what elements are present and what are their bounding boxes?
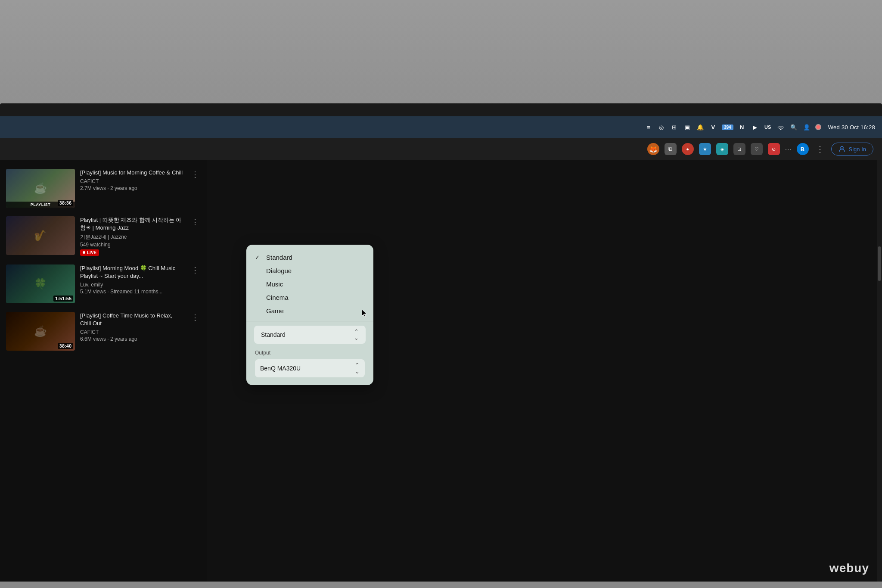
video-channel: CAFICT xyxy=(80,329,184,335)
output-device-select[interactable]: BenQ MA320U ⌃⌄ xyxy=(255,359,365,377)
audio-current-mode: Standard xyxy=(261,331,354,338)
video-meta: 6.6M views · 2 years ago xyxy=(80,336,184,342)
us-flag[interactable]: US xyxy=(764,123,772,131)
live-badge: LIVE xyxy=(80,249,99,256)
checkmark-placeholder xyxy=(255,294,262,301)
bell-icon[interactable]: 🔔 xyxy=(696,123,705,131)
ext-icon-4[interactable]: ◈ xyxy=(716,143,728,155)
ext-icon-3[interactable]: ★ xyxy=(699,143,711,155)
sign-in-label: Sign In xyxy=(849,146,866,152)
output-section: Output BenQ MA320U ⌃⌄ xyxy=(246,344,373,379)
ext-icon-2[interactable]: ● xyxy=(682,143,694,155)
audio-mode-standard[interactable]: ✓ Standard xyxy=(246,251,373,264)
video-title: [Playlist] Morning Mood 🍀 Chill Music Pl… xyxy=(80,264,184,280)
checkmark-icon: ✓ xyxy=(255,254,262,261)
checkmark-placeholder xyxy=(255,308,262,314)
fox-icon[interactable]: 🦊 xyxy=(647,143,659,155)
youtube-content: ☕ PLAYLIST 38:36 [Playlist] Music for Mo… xyxy=(0,160,207,582)
ext-icon-5[interactable]: ⊡ xyxy=(733,143,745,155)
audio-mode-label: Music xyxy=(266,280,283,288)
output-label: Output xyxy=(255,350,365,356)
bing-icon[interactable]: B xyxy=(797,143,809,155)
video-duration: 38:36 xyxy=(58,200,73,206)
video-channel: Luv, emily xyxy=(80,282,184,288)
video-thumbnail: ☕ 38:40 xyxy=(6,312,75,351)
list-item[interactable]: ☕ PLAYLIST 38:36 [Playlist] Music for Mo… xyxy=(0,165,207,212)
n-icon[interactable]: N xyxy=(738,123,746,131)
video-info: [Playlist] Music for Morning Coffee & Ch… xyxy=(80,169,184,191)
video-thumbnail: 🍀 1:51:55 xyxy=(6,264,75,303)
search-icon[interactable]: 🔍 xyxy=(789,123,798,131)
audio-mode-label: Cinema xyxy=(266,294,289,301)
list-item[interactable]: 🍀 1:51:55 [Playlist] Morning Mood 🍀 Chil… xyxy=(0,260,207,308)
more-options-btn[interactable]: ⋮ xyxy=(814,144,826,154)
scrollbar[interactable] xyxy=(877,160,882,582)
list-item[interactable]: ☕ 38:40 [Playlist] Coffee Time Music to … xyxy=(0,308,207,355)
browser-toolbar: 🦊 ⧉ ● ★ ◈ ⊡ ♡ ⊙ ··· B ⋮ Sign In xyxy=(0,138,882,160)
audio-mode-select[interactable]: Standard ⌃⌄ xyxy=(254,326,366,344)
chevron-up-down-icon: ⌃⌄ xyxy=(354,328,359,341)
chevron-up-down-icon-2: ⌃⌄ xyxy=(355,362,360,375)
sign-in-button[interactable]: Sign In xyxy=(831,143,873,156)
audio-mode-panel: ✓ Standard Dialogue Music Cinema Game xyxy=(246,245,373,385)
menubar-datetime: Wed 30 Oct 16:28 xyxy=(828,124,875,131)
scrollbar-thumb[interactable] xyxy=(878,246,881,281)
menubar-icons: ≡ ◎ ⊞ ▣ 🔔 V 394 N ▶ US 🔍 👤 Wed 30 Oct 16… xyxy=(644,123,875,131)
person-icon[interactable]: 👤 xyxy=(802,123,811,131)
screen: ≡ ◎ ⊞ ▣ 🔔 V 394 N ▶ US 🔍 👤 Wed 30 Oct 16… xyxy=(0,116,882,582)
grid-icon[interactable]: ⊞ xyxy=(670,123,679,131)
video-list: ☕ PLAYLIST 38:36 [Playlist] Music for Mo… xyxy=(0,160,207,359)
ext-icon-1[interactable]: ⧉ xyxy=(665,143,677,155)
audio-mode-game[interactable]: Game xyxy=(246,304,373,317)
ext-icon-7[interactable]: ⊙ xyxy=(768,143,780,155)
audio-mode-dialogue[interactable]: Dialogue xyxy=(246,264,373,277)
v-icon[interactable]: V xyxy=(709,123,717,131)
video-thumbnail: 🎷 xyxy=(6,216,75,255)
video-meta: 5.1M views · Streamed 11 months... xyxy=(80,289,184,295)
video-channel: CAFICT xyxy=(80,178,184,184)
video-channel: 기분Jazz네 | Jazzne xyxy=(80,233,184,241)
lines-icon[interactable]: ≡ xyxy=(644,123,653,131)
audio-mode-cinema[interactable]: Cinema xyxy=(246,291,373,304)
output-device-name: BenQ MA320U xyxy=(260,365,355,372)
webuy-watermark: webuy xyxy=(829,561,869,575)
ext-icon-6[interactable]: ♡ xyxy=(751,143,763,155)
audio-divider xyxy=(246,321,373,321)
video-title: [Playlist] Coffee Time Music to Relax, C… xyxy=(80,312,184,327)
toolbar-more-btn[interactable]: ··· xyxy=(785,145,792,154)
audio-mode-label: Dialogue xyxy=(266,267,292,274)
video-meta: 2.7M views · 2 years ago xyxy=(80,185,184,191)
audio-mode-list: ✓ Standard Dialogue Music Cinema Game xyxy=(246,251,373,317)
audio-mode-music[interactable]: Music xyxy=(246,277,373,291)
video-menu-btn[interactable]: ⋮ xyxy=(189,169,201,180)
play-icon[interactable]: ▶ xyxy=(751,123,759,131)
live-dot xyxy=(83,251,85,254)
video-menu-btn[interactable]: ⋮ xyxy=(189,312,201,323)
video-menu-btn[interactable]: ⋮ xyxy=(189,264,201,276)
checkmark-placeholder xyxy=(255,281,262,287)
circle-color-icon[interactable] xyxy=(815,124,821,130)
video-info: [Playlist] Coffee Time Music to Relax, C… xyxy=(80,312,184,342)
audio-mode-label: Game xyxy=(266,307,284,314)
list-item[interactable]: 🎷 Playlist | 따뜻한 재즈와 함께 시작하는 아침☀ | Morni… xyxy=(0,212,207,260)
video-title: [Playlist] Music for Morning Coffee & Ch… xyxy=(80,169,184,177)
audio-mode-label: Standard xyxy=(266,254,292,261)
video-title: Playlist | 따뜻한 재즈와 함께 시작하는 아침☀ | Morning… xyxy=(80,216,184,232)
checkmark-placeholder xyxy=(255,268,262,274)
wifi-icon[interactable] xyxy=(776,123,785,131)
video-duration: 38:40 xyxy=(58,343,73,349)
app-icon[interactable]: ▣ xyxy=(683,123,692,131)
badge-394: 394 xyxy=(722,124,733,130)
video-info: Playlist | 따뜻한 재즈와 함께 시작하는 아침☀ | Morning… xyxy=(80,216,184,256)
svg-point-0 xyxy=(841,146,843,149)
menubar: ≡ ◎ ⊞ ▣ 🔔 V 394 N ▶ US 🔍 👤 Wed 30 Oct 16… xyxy=(0,116,882,138)
video-info: [Playlist] Morning Mood 🍀 Chill Music Pl… xyxy=(80,264,184,295)
video-duration: 1:51:55 xyxy=(53,296,73,302)
video-thumbnail: ☕ PLAYLIST 38:36 xyxy=(6,169,75,208)
video-meta: 549 watching xyxy=(80,242,184,248)
eye-icon[interactable]: ◎ xyxy=(657,123,666,131)
video-menu-btn[interactable]: ⋮ xyxy=(189,216,201,227)
